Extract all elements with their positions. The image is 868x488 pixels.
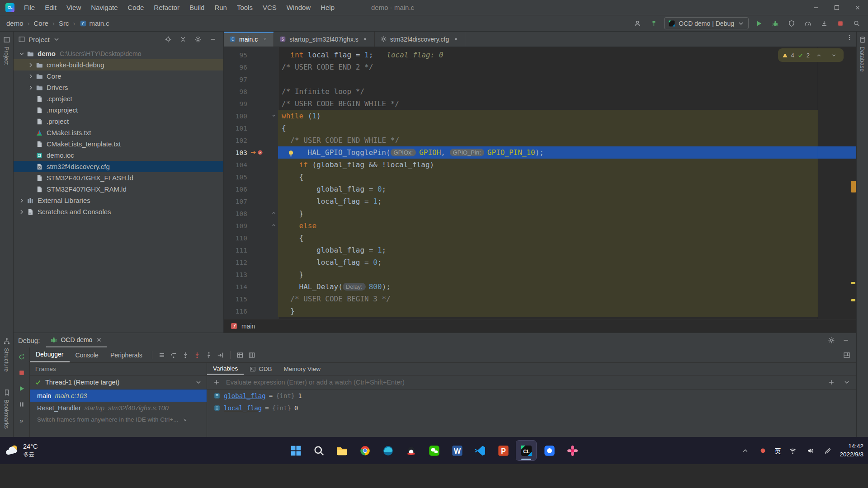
debug-tab-debugger[interactable]: Debugger xyxy=(30,347,70,362)
gutter-line-116[interactable]: 116 xyxy=(224,305,278,317)
frame-main[interactable]: mainmain.c:103 xyxy=(30,389,207,402)
run-button[interactable] xyxy=(753,18,765,29)
tree-item-cproject[interactable]: .cproject xyxy=(14,93,223,104)
step-over-button[interactable] xyxy=(168,349,179,361)
layout-settings-button[interactable] xyxy=(841,349,853,361)
gutter-line-112[interactable]: 112 xyxy=(224,256,278,268)
tree-item-drivers[interactable]: Drivers xyxy=(14,82,223,93)
taskbar-start[interactable] xyxy=(286,441,306,460)
editor-tab-main-c[interactable]: Cmain.c xyxy=(224,32,274,47)
tree-item-stm32f407ighx-ram-ld[interactable]: STM32F407IGHX_RAM.ld xyxy=(14,183,223,195)
gutter-line-115[interactable]: 115 xyxy=(224,293,278,305)
menu-code[interactable]: Code xyxy=(123,0,149,15)
tree-item-cmakelists-txt[interactable]: CMakeLists.txt xyxy=(14,127,223,138)
code-line-97[interactable]: 97 xyxy=(224,73,856,85)
watch-input[interactable] xyxy=(226,379,822,386)
debug-tab-peripherals[interactable]: Peripherals xyxy=(104,347,148,362)
code-line-116[interactable]: 116 } xyxy=(224,305,856,317)
run-to-cursor-button[interactable] xyxy=(215,349,226,361)
gutter-line-106[interactable]: 106 xyxy=(224,183,278,195)
gutter-line-110[interactable]: 110 xyxy=(224,232,278,244)
inspection-widget[interactable]: 42 xyxy=(778,48,844,62)
variables-tab-memory-view[interactable]: Memory View xyxy=(278,363,327,375)
gutter-line-101[interactable]: 101 xyxy=(224,122,278,134)
pen-settings-button[interactable] xyxy=(822,445,834,456)
tree-item-stm32f4discovery-cfg[interactable]: stm32f4discovery.cfg xyxy=(14,161,223,172)
close-tab-startup-stm32f407ighx-s-button[interactable] xyxy=(362,36,369,43)
view-as-table-button[interactable] xyxy=(234,349,246,361)
breadcrumb-demo[interactable]: demo xyxy=(5,19,24,27)
editor-breadcrumb[interactable]: fmain xyxy=(224,319,856,333)
taskbar-word[interactable]: W xyxy=(447,441,467,460)
code-line-95[interactable]: 95 int local_flag = 1;local_flag: 0 xyxy=(224,49,856,61)
code-line-106[interactable]: 106 global_flag = 0; xyxy=(224,183,856,195)
toolwindow-button-structure[interactable]: Structure xyxy=(3,333,10,376)
taskbar-powerpoint[interactable]: P xyxy=(493,441,513,460)
gutter-line-103[interactable]: 103 xyxy=(224,146,278,159)
taskbar-wechat[interactable] xyxy=(424,441,444,460)
debug-tab-console[interactable]: Console xyxy=(70,347,104,362)
editor-scrollbar[interactable] xyxy=(850,47,856,319)
code-line-101[interactable]: 101{ xyxy=(224,122,856,134)
menu-build[interactable]: Build xyxy=(184,0,209,15)
pause-button[interactable] xyxy=(16,399,28,410)
code-line-109[interactable]: 109 else xyxy=(224,220,856,232)
hide-debug-button[interactable] xyxy=(840,334,852,346)
close-tab-stm32f4discovery-cfg-button[interactable] xyxy=(452,36,459,43)
prev-highlight-button[interactable] xyxy=(813,49,825,61)
debug-session-tab[interactable]: OCD demo xyxy=(46,333,107,347)
tree-item-core[interactable]: Core xyxy=(14,70,223,82)
watch-options-button[interactable] xyxy=(841,376,853,388)
taskbar-search[interactable] xyxy=(309,441,329,460)
window-close-button[interactable] xyxy=(847,0,868,15)
gutter-line-95[interactable]: 95 xyxy=(224,49,278,61)
breadcrumb-main-c[interactable]: Cmain.c xyxy=(79,19,110,27)
taskbar-edge[interactable] xyxy=(378,441,398,460)
project-settings-button[interactable] xyxy=(192,33,204,45)
gutter-line-98[interactable]: 98 xyxy=(224,85,278,98)
add-watch-button[interactable] xyxy=(211,376,222,388)
tree-item-mxproject[interactable]: .mxproject xyxy=(14,104,223,116)
code-line-115[interactable]: 115 /* USER CODE BEGIN 3 */ xyxy=(224,293,856,305)
variable-global-flag[interactable]: global_flag={int}1 xyxy=(207,389,856,402)
taskbar-weather[interactable]: 24°C多云 xyxy=(5,443,38,459)
step-out-button[interactable] xyxy=(203,349,215,361)
menu-edit[interactable]: Edit xyxy=(40,0,61,15)
gutter-line-104[interactable]: 104 xyxy=(224,159,278,171)
code-line-103[interactable]: 103 HAL_GPIO_TogglePin(GPIOx:GPIOH, GPIO… xyxy=(224,146,856,159)
code-line-100[interactable]: 100while (1) xyxy=(224,110,856,122)
code-line-110[interactable]: 110 { xyxy=(224,232,856,244)
menu-refactor[interactable]: Refactor xyxy=(149,0,184,15)
tree-item-stm32f407ighx-flash-ld[interactable]: STM32F407IGHX_FLASH.ld xyxy=(14,172,223,183)
menu-window[interactable]: Window xyxy=(282,0,316,15)
gutter-line-99[interactable]: 99 xyxy=(224,98,278,110)
taskbar-blue-app[interactable] xyxy=(539,441,559,460)
window-minimize-button[interactable] xyxy=(806,0,826,15)
frame-reset-handler[interactable]: Reset_Handlerstartup_stm32f407ighx.s:100 xyxy=(30,402,207,414)
code-line-102[interactable]: 102 /* USER CODE END WHILE */ xyxy=(224,134,856,146)
attach-button[interactable] xyxy=(818,18,830,29)
menu-file[interactable]: File xyxy=(19,0,40,15)
menu-view[interactable]: View xyxy=(61,0,86,15)
gutter-line-105[interactable]: 105 xyxy=(224,171,278,183)
code-line-104[interactable]: 104 if (global_flag && !local_flag) xyxy=(224,159,856,171)
code-line-105[interactable]: 105 { xyxy=(224,171,856,183)
network-button[interactable] xyxy=(787,445,798,456)
editor-tab-startup-stm32f407ighx-s[interactable]: Sstartup_stm32f407ighx.s xyxy=(274,32,375,47)
fold-marker[interactable] xyxy=(271,221,277,230)
close-tab-main-c-button[interactable] xyxy=(261,36,268,43)
coverage-button[interactable] xyxy=(786,18,797,29)
taskbar-clock[interactable]: 14:422022/9/3 xyxy=(840,442,863,458)
tree-item-external-libraries[interactable]: External Libraries xyxy=(14,195,223,206)
stop-button[interactable] xyxy=(835,18,846,29)
build-button[interactable] xyxy=(648,18,660,29)
breadcrumb-src[interactable]: Src xyxy=(58,19,70,27)
gutter-line-113[interactable]: 113 xyxy=(224,268,278,281)
gutter-line-102[interactable]: 102 xyxy=(224,134,278,146)
tree-item-cmake-build-debug[interactable]: cmake-build-debug xyxy=(14,59,223,70)
collapse-all-button[interactable] xyxy=(177,33,189,45)
code-line-114[interactable]: 114 HAL_Delay(Delay:800); xyxy=(224,281,856,293)
locate-file-button[interactable] xyxy=(162,33,174,45)
menu-tools[interactable]: Tools xyxy=(232,0,258,15)
debug-settings-button[interactable] xyxy=(826,334,837,346)
